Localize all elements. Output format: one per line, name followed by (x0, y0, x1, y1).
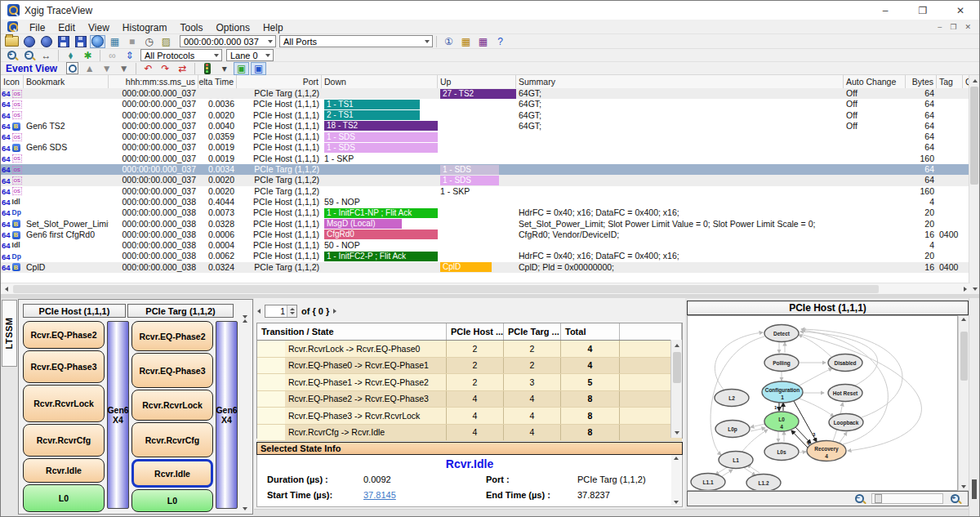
col-transition-state[interactable]: Transition / State (257, 323, 447, 340)
scroll-down-icon[interactable] (961, 485, 966, 488)
transition-index-spinner[interactable]: 1 (265, 305, 297, 318)
chevron-down-icon[interactable] (265, 40, 275, 43)
scroll-down-icon[interactable] (674, 501, 679, 504)
column-header-summary[interactable]: Summary (516, 75, 844, 88)
state-node-polling[interactable]: Polling (764, 354, 799, 372)
ltssm-scrollbar[interactable] (239, 319, 250, 510)
table-row[interactable]: 64os000:00:00.000_0370.0034PCIe Targ (1,… (1, 164, 970, 175)
column-header-bytes[interactable]: Bytes (906, 75, 937, 88)
col-total[interactable]: Total (561, 323, 620, 340)
column-header-down[interactable]: Down (322, 75, 438, 88)
column-header-icon[interactable]: Icon (1, 75, 24, 88)
col-pcie-targ[interactable]: PCIe Targ ... (504, 323, 561, 340)
fit-width-icon[interactable]: ↔ (38, 49, 54, 62)
zoom-in-button[interactable]: + (947, 492, 963, 506)
table-row[interactable]: 64Dp000:00:00.000_0380.0062PCIe Host (1,… (1, 251, 970, 261)
info-icon[interactable]: ① (441, 35, 457, 48)
table-row[interactable]: 64os000:00:00.000_0370.0020PCIe Targ (1,… (1, 186, 970, 197)
table-row[interactable]: 64os000:00:00.000_0370.0036PCIe Host (1,… (1, 99, 970, 109)
scroll-up-icon[interactable] (243, 319, 247, 323)
state-node-detect[interactable]: Detect (764, 325, 799, 342)
table-row[interactable]: 64os000:00:00.000_0370.0019PCIe Host (1,… (1, 154, 970, 164)
save-icon[interactable] (56, 35, 71, 48)
ltssm-state-rcvr-eq-phase3[interactable]: Rcvr.EQ-Phase3 (23, 350, 105, 383)
state-node-hot-reset[interactable]: Hot Reset (828, 385, 862, 402)
state-node-disabled[interactable]: Disabled (828, 354, 862, 372)
state-node-l1-1[interactable]: L1.1 (691, 474, 725, 491)
jump-back-icon[interactable]: ↶ (140, 62, 156, 75)
open-trace-icon[interactable] (4, 35, 20, 48)
filter-icon[interactable]: ▼ (116, 62, 131, 75)
stop-icon[interactable]: ■ (124, 35, 140, 48)
chevron-down-icon[interactable] (211, 54, 221, 57)
trigger-dropdown-icon[interactable]: ▾ (216, 62, 232, 75)
ports-selector[interactable]: All Ports (279, 35, 433, 47)
ltssm-state-rcvr-eq-phase3[interactable]: Rcvr.EQ-Phase3 (131, 353, 213, 388)
scroll-down-icon[interactable] (671, 427, 682, 438)
menu-tools[interactable]: Tools (174, 22, 210, 33)
scroll-up-icon[interactable] (674, 457, 679, 460)
scroll-up-icon[interactable] (969, 75, 980, 86)
mdi-minimize-button[interactable]: – (938, 23, 942, 31)
zoom-in-icon[interactable]: + (4, 49, 20, 62)
ltssm-state-l0[interactable]: L0 (23, 484, 105, 512)
transition-row[interactable]: Rcvr.EQ-Phase3 -> Rcvr.RcvrLock448 (257, 408, 682, 425)
ltssm-state-rcvr-rcvrcfg[interactable]: Rcvr.RcvrCfg (23, 424, 105, 457)
table-row[interactable]: 64os000:00:00.000_0370.0359PCIe Host (1,… (1, 131, 970, 142)
state-node-l0s[interactable]: L0s (764, 443, 799, 461)
capture-settings-icon[interactable] (90, 35, 105, 48)
ltssm-state-rcvr-eq-phase2[interactable]: Rcvr.EQ-Phase2 (131, 321, 213, 351)
chevron-down-icon[interactable] (421, 40, 432, 43)
table-row[interactable]: 64os000:00:00.000_0370.0020PCIe Targ (1,… (1, 175, 970, 185)
menu-view[interactable]: View (82, 22, 116, 33)
state-node-recovery[interactable]: Recovery4 (807, 441, 846, 461)
menu-edit[interactable]: Edit (51, 22, 82, 33)
scroll-down-icon[interactable] (969, 283, 980, 294)
table-row[interactable]: 64BGen6 SDS000:00:00.000_0370.0019PCIe H… (1, 142, 970, 153)
expand-all-icon[interactable]: ▣ (234, 62, 249, 75)
goto-event-icon[interactable]: ⇄ (175, 62, 190, 75)
inspect-event-icon[interactable] (65, 62, 80, 75)
chevron-down-icon[interactable] (262, 54, 273, 57)
column-header-bookmark[interactable]: Bookmark (24, 75, 109, 88)
lane-selector[interactable]: Lane 0 (226, 49, 274, 61)
ltssm-state-rcvr-rcvrlock[interactable]: Rcvr.RcvrLock (23, 385, 105, 422)
menu-help[interactable]: Help (256, 22, 290, 33)
ltssm-host-header[interactable]: PCIe Host (1,1,1) (23, 304, 126, 318)
transition-row[interactable]: Rcvr.EQ-Phase1 -> Rcvr.EQ-Phase2235 (257, 374, 682, 391)
scroll-up-icon[interactable] (961, 318, 966, 321)
start-time-link[interactable]: 37.8145 (363, 490, 486, 500)
timer-icon[interactable]: ◷ (141, 35, 157, 48)
zoom-out-button[interactable]: − (852, 492, 867, 506)
zoom-slider-thumb[interactable] (875, 494, 882, 503)
mdi-restore-button[interactable]: ❐ (950, 23, 956, 31)
state-node-l0p[interactable]: L0p (715, 421, 750, 438)
state-node-configuration[interactable]: Configuration1 (762, 381, 803, 403)
column-header-up[interactable]: Up (438, 75, 516, 88)
collapse-all-icon[interactable]: ▣ (251, 62, 266, 75)
protocol-view-icon[interactable]: ▦ (475, 35, 491, 48)
column-header-hhh-mm-ss-ms-us[interactable]: hhh:mm:ss.ms_us (109, 75, 198, 88)
ltssm-state-rcvr-rcvrcfg[interactable]: Rcvr.RcvrCfg (131, 422, 213, 457)
close-button[interactable]: ✕ (942, 1, 979, 20)
state-node-l0[interactable]: L04 (764, 412, 799, 431)
recent-capture-2-icon[interactable] (38, 35, 54, 48)
statistics-icon[interactable]: ▨ (158, 35, 174, 48)
zoom-out-icon[interactable]: − (21, 49, 37, 62)
prev-event-icon[interactable]: ▲ (82, 62, 97, 75)
table-row[interactable]: 64os000:00:00.000_037PCIe Targ (1,1,2)27… (1, 88, 970, 99)
jump-forward-icon[interactable]: ↷ (158, 62, 173, 75)
recent-capture-icon[interactable] (21, 35, 37, 48)
state-node-loopback[interactable]: Loopback (829, 414, 863, 431)
menu-histogram[interactable]: Histogram (116, 22, 174, 33)
expert-view-icon[interactable]: ▦ (458, 35, 474, 48)
scroll-up-icon[interactable] (671, 340, 682, 350)
protocols-selector[interactable]: All Protocols (140, 49, 222, 61)
table-row[interactable]: 64os000:00:00.000_0370.0020PCIe Host (1,… (1, 110, 970, 121)
scroll-right-icon[interactable] (960, 283, 970, 294)
ltssm-state-rcvr-idle[interactable]: Rcvr.Idle (131, 459, 213, 488)
nav-prev-icon[interactable] (257, 309, 261, 314)
table-row[interactable]: 64Idl000:00:00.000_0380.0004PCIe Host (1… (1, 240, 970, 251)
search-icon[interactable]: ∞ (105, 49, 120, 62)
time-selector[interactable]: 000:00:00.000 037 (180, 35, 276, 47)
